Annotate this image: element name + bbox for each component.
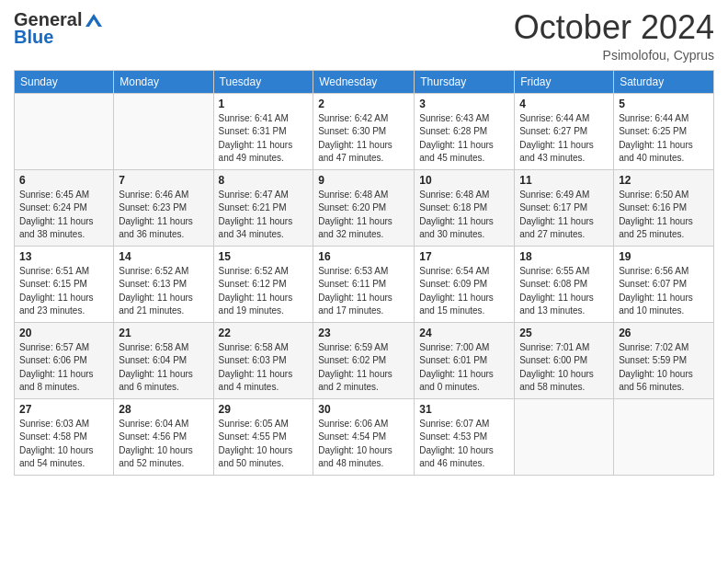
day-info: Sunrise: 6:58 AM Sunset: 6:03 PM Dayligh…	[219, 341, 309, 395]
calendar-week-row: 27Sunrise: 6:03 AM Sunset: 4:58 PM Dayli…	[15, 398, 714, 475]
table-row: 14Sunrise: 6:52 AM Sunset: 6:13 PM Dayli…	[114, 246, 213, 322]
day-info: Sunrise: 6:52 AM Sunset: 6:13 PM Dayligh…	[119, 265, 208, 318]
day-info: Sunrise: 6:42 AM Sunset: 6:30 PM Dayligh…	[318, 112, 409, 166]
month-title: October 2024	[514, 9, 714, 46]
day-info: Sunrise: 6:03 AM Sunset: 4:58 PM Dayligh…	[19, 418, 108, 471]
day-info: Sunrise: 6:55 AM Sunset: 6:08 PM Dayligh…	[519, 265, 609, 318]
day-number: 25	[519, 327, 609, 339]
calendar-week-row: 6Sunrise: 6:45 AM Sunset: 6:24 PM Daylig…	[15, 169, 714, 246]
logo: General Blue	[14, 9, 104, 48]
day-info: Sunrise: 6:58 AM Sunset: 6:04 PM Dayligh…	[119, 341, 208, 395]
day-number: 26	[619, 327, 709, 339]
logo-icon	[84, 10, 104, 30]
table-row: 7Sunrise: 6:46 AM Sunset: 6:23 PM Daylig…	[114, 169, 213, 246]
header: General Blue October 2024 Psimolofou, Cy…	[14, 9, 714, 63]
day-number: 1	[219, 98, 309, 110]
table-row	[614, 398, 714, 475]
table-row: 8Sunrise: 6:47 AM Sunset: 6:21 PM Daylig…	[213, 169, 313, 246]
col-monday: Monday	[114, 70, 213, 93]
day-info: Sunrise: 6:41 AM Sunset: 6:31 PM Dayligh…	[219, 112, 309, 166]
day-number: 3	[419, 98, 509, 110]
table-row: 12Sunrise: 6:50 AM Sunset: 6:16 PM Dayli…	[614, 169, 714, 246]
day-info: Sunrise: 6:56 AM Sunset: 6:07 PM Dayligh…	[619, 265, 709, 318]
table-row: 3Sunrise: 6:43 AM Sunset: 6:28 PM Daylig…	[415, 93, 515, 169]
table-row: 1Sunrise: 6:41 AM Sunset: 6:31 PM Daylig…	[213, 93, 313, 169]
day-number: 20	[19, 327, 108, 339]
day-number: 14	[119, 250, 208, 263]
day-number: 30	[318, 403, 409, 416]
table-row: 26Sunrise: 7:02 AM Sunset: 5:59 PM Dayli…	[614, 322, 714, 398]
day-info: Sunrise: 6:52 AM Sunset: 6:12 PM Dayligh…	[219, 265, 309, 318]
day-number: 2	[318, 98, 409, 110]
table-row: 29Sunrise: 6:05 AM Sunset: 4:55 PM Dayli…	[213, 398, 313, 475]
day-info: Sunrise: 6:07 AM Sunset: 4:53 PM Dayligh…	[419, 418, 509, 471]
table-row: 24Sunrise: 7:00 AM Sunset: 6:01 PM Dayli…	[415, 322, 515, 398]
col-thursday: Thursday	[415, 70, 515, 93]
day-info: Sunrise: 6:59 AM Sunset: 6:02 PM Dayligh…	[318, 341, 409, 395]
table-row: 11Sunrise: 6:49 AM Sunset: 6:17 PM Dayli…	[515, 169, 614, 246]
day-number: 5	[619, 98, 709, 110]
table-row: 21Sunrise: 6:58 AM Sunset: 6:04 PM Dayli…	[114, 322, 213, 398]
table-row	[114, 93, 213, 169]
table-row: 31Sunrise: 6:07 AM Sunset: 4:53 PM Dayli…	[415, 398, 515, 475]
day-info: Sunrise: 6:53 AM Sunset: 6:11 PM Dayligh…	[318, 265, 409, 318]
day-number: 17	[419, 250, 509, 263]
day-number: 28	[119, 403, 208, 416]
day-number: 4	[519, 98, 609, 110]
day-info: Sunrise: 6:46 AM Sunset: 6:23 PM Dayligh…	[119, 189, 208, 242]
table-row: 2Sunrise: 6:42 AM Sunset: 6:30 PM Daylig…	[313, 93, 415, 169]
col-wednesday: Wednesday	[313, 70, 415, 93]
day-number: 31	[419, 403, 509, 416]
table-row: 27Sunrise: 6:03 AM Sunset: 4:58 PM Dayli…	[15, 398, 114, 475]
table-row: 30Sunrise: 6:06 AM Sunset: 4:54 PM Dayli…	[313, 398, 415, 475]
calendar-week-row: 13Sunrise: 6:51 AM Sunset: 6:15 PM Dayli…	[15, 246, 714, 322]
day-number: 12	[619, 174, 709, 187]
calendar-week-row: 1Sunrise: 6:41 AM Sunset: 6:31 PM Daylig…	[15, 93, 714, 169]
day-number: 18	[519, 250, 609, 263]
day-info: Sunrise: 6:47 AM Sunset: 6:21 PM Dayligh…	[219, 189, 309, 242]
day-number: 13	[19, 250, 108, 263]
col-saturday: Saturday	[614, 70, 714, 93]
title-area: October 2024 Psimolofou, Cyprus	[514, 9, 714, 63]
day-info: Sunrise: 6:05 AM Sunset: 4:55 PM Dayligh…	[219, 418, 309, 471]
day-info: Sunrise: 6:48 AM Sunset: 6:20 PM Dayligh…	[318, 189, 409, 242]
calendar-header-row: Sunday Monday Tuesday Wednesday Thursday…	[15, 70, 714, 93]
location-subtitle: Psimolofou, Cyprus	[514, 48, 714, 63]
table-row	[15, 93, 114, 169]
col-sunday: Sunday	[15, 70, 114, 93]
table-row: 10Sunrise: 6:48 AM Sunset: 6:18 PM Dayli…	[415, 169, 515, 246]
day-info: Sunrise: 6:43 AM Sunset: 6:28 PM Dayligh…	[419, 112, 509, 166]
table-row: 16Sunrise: 6:53 AM Sunset: 6:11 PM Dayli…	[313, 246, 415, 322]
day-number: 23	[318, 327, 409, 339]
day-number: 24	[419, 327, 509, 339]
day-info: Sunrise: 6:44 AM Sunset: 6:25 PM Dayligh…	[619, 112, 709, 166]
day-number: 10	[419, 174, 509, 187]
day-number: 29	[219, 403, 309, 416]
table-row: 23Sunrise: 6:59 AM Sunset: 6:02 PM Dayli…	[313, 322, 415, 398]
table-row: 28Sunrise: 6:04 AM Sunset: 4:56 PM Dayli…	[114, 398, 213, 475]
calendar-table: Sunday Monday Tuesday Wednesday Thursday…	[14, 70, 714, 476]
day-info: Sunrise: 6:06 AM Sunset: 4:54 PM Dayligh…	[318, 418, 409, 471]
day-number: 8	[219, 174, 309, 187]
day-number: 27	[19, 403, 108, 416]
col-tuesday: Tuesday	[213, 70, 313, 93]
day-number: 16	[318, 250, 409, 263]
table-row: 20Sunrise: 6:57 AM Sunset: 6:06 PM Dayli…	[15, 322, 114, 398]
calendar-week-row: 20Sunrise: 6:57 AM Sunset: 6:06 PM Dayli…	[15, 322, 714, 398]
col-friday: Friday	[515, 70, 614, 93]
day-info: Sunrise: 7:01 AM Sunset: 6:00 PM Dayligh…	[519, 341, 609, 395]
day-number: 7	[119, 174, 208, 187]
table-row: 15Sunrise: 6:52 AM Sunset: 6:12 PM Dayli…	[213, 246, 313, 322]
table-row: 19Sunrise: 6:56 AM Sunset: 6:07 PM Dayli…	[614, 246, 714, 322]
day-number: 22	[219, 327, 309, 339]
table-row: 5Sunrise: 6:44 AM Sunset: 6:25 PM Daylig…	[614, 93, 714, 169]
table-row: 6Sunrise: 6:45 AM Sunset: 6:24 PM Daylig…	[15, 169, 114, 246]
day-info: Sunrise: 6:45 AM Sunset: 6:24 PM Dayligh…	[19, 189, 108, 242]
table-row: 22Sunrise: 6:58 AM Sunset: 6:03 PM Dayli…	[213, 322, 313, 398]
table-row: 9Sunrise: 6:48 AM Sunset: 6:20 PM Daylig…	[313, 169, 415, 246]
day-number: 6	[19, 174, 108, 187]
day-number: 19	[619, 250, 709, 263]
day-number: 21	[119, 327, 208, 339]
day-info: Sunrise: 6:51 AM Sunset: 6:15 PM Dayligh…	[19, 265, 108, 318]
day-info: Sunrise: 6:04 AM Sunset: 4:56 PM Dayligh…	[119, 418, 208, 471]
